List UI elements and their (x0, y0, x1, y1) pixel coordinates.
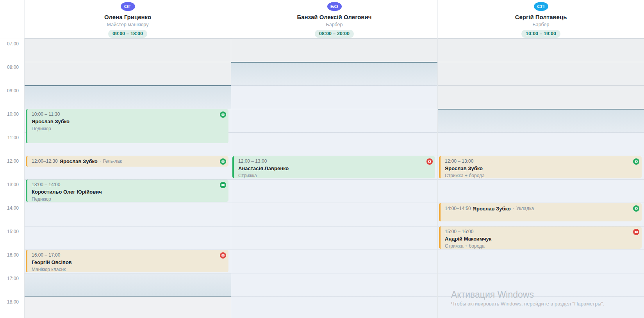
time-label: 07:00 (7, 41, 19, 46)
appointment[interactable]: 13:00 – 14:00 Коростильо Олег Юрійович П… (26, 180, 228, 202)
time-label: 12:00 (7, 159, 19, 163)
staff-column-3[interactable]: 12:00 – 13:00 Ярослав Зубко Стрижка + бо… (437, 38, 644, 318)
appointment[interactable]: 15:00 – 16:00 Андрій Максимчук Стрижка +… (439, 226, 642, 249)
payment-status-icon (220, 158, 226, 165)
staff-avatar: БО (327, 2, 342, 11)
staff-header-row: ОГ Олена Гриценко Майстер манікюру 09:00… (0, 0, 644, 38)
appointment[interactable]: 10:00 – 11:30 Ярослав Зубко Педикюр (26, 109, 228, 143)
appointment[interactable]: 12:00–12:30 Ярослав Зубко · Гель-лак (26, 156, 228, 167)
scheduler-day-view: ОГ Олена Гриценко Майстер манікюру 09:00… (0, 0, 644, 318)
appointment[interactable]: 16:00 – 17:00 Георгій Овсіпов Манікюр кл… (26, 250, 228, 272)
appointment-time: 12:00 – 13:00 (445, 158, 632, 164)
non-working-zone (231, 38, 437, 62)
staff-header-2[interactable]: БО Банзай Олексій Олегович Барбер 08:00 … (231, 0, 437, 38)
appointment-client: Ярослав Зубко (60, 158, 98, 165)
non-working-zone (438, 38, 644, 109)
appointment-client: Анастасія Лавренко (238, 165, 425, 172)
appointment-service: Педикюр (32, 126, 218, 132)
staff-name: Банзай Олексій Олегович (297, 14, 371, 20)
avatar-initials: БО (330, 4, 338, 9)
appointment[interactable]: 12:00 – 13:00 Анастасія Лавренко Стрижка (232, 156, 435, 178)
time-label: 08:00 (7, 65, 19, 70)
appointment-time: 12:00–12:30 (32, 158, 58, 164)
time-label: 10:00 (7, 112, 19, 117)
appointment-time: 12:00 – 13:00 (238, 158, 425, 164)
schedule-grid: 07:00 08:00 09:00 10:00 11:00 12:00 13:0… (0, 38, 644, 318)
appointment-service: Стрижка + борода (445, 243, 632, 249)
time-label: 18:00 (7, 300, 19, 304)
appointment-service: Стрижка + борода (445, 173, 632, 178)
working-hours-badge: 08:00 – 20:00 (315, 30, 354, 38)
time-label: 09:00 (7, 88, 19, 93)
working-hours-badge: 10:00 – 19:00 (521, 30, 560, 38)
time-label: 15:00 (7, 229, 19, 234)
payment-status-icon (220, 111, 226, 118)
appointment-client: Ярослав Зубко (445, 165, 632, 172)
appointment-time: 10:00 – 11:30 (32, 111, 218, 117)
staff-role: Майстер манікюру (107, 22, 149, 27)
time-label: 17:00 (7, 276, 19, 281)
appointment-service: Манікюр класик (32, 267, 218, 272)
separator-dot: · (100, 159, 101, 164)
staff-name: Сергій Полтавець (515, 14, 567, 20)
non-working-zone (25, 38, 231, 85)
avatar-initials: СП (537, 4, 545, 9)
non-working-zone (25, 296, 231, 318)
appointment-time: 13:00 – 14:00 (32, 182, 218, 188)
working-hours-badge: 09:00 – 18:00 (108, 30, 147, 38)
appointment[interactable]: 14:00–14:50 Ярослав Зубко · Укладка (439, 203, 642, 221)
time-label: 14:00 (7, 206, 19, 210)
appointment-service: Гель-лак (103, 158, 122, 164)
payment-status-icon (633, 158, 639, 165)
staff-header-3[interactable]: СП Сергій Полтавець Барбер 10:00 – 19:00 (437, 0, 644, 38)
payment-status-icon (633, 205, 639, 212)
workday-end-zone (25, 273, 231, 296)
appointment-client: Ярослав Зубко (32, 119, 218, 125)
appointment-client: Ярослав Зубко (473, 206, 511, 212)
staff-column-1[interactable]: 10:00 – 11:30 Ярослав Зубко Педикюр 12:0… (24, 38, 231, 318)
separator-dot: · (513, 206, 514, 211)
appointment-time: 15:00 – 16:00 (445, 229, 632, 235)
workday-start-zone (25, 85, 231, 109)
appointment-service: Педикюр (32, 196, 218, 202)
time-label: 11:00 (7, 135, 19, 140)
staff-column-2[interactable]: 12:00 – 13:00 Анастасія Лавренко Стрижка (231, 38, 437, 318)
workday-start-zone (438, 109, 644, 132)
avatar-initials: ОГ (124, 4, 131, 9)
appointment-time: 16:00 – 17:00 (32, 252, 218, 258)
staff-avatar: СП (534, 2, 548, 11)
time-gutter: 07:00 08:00 09:00 10:00 11:00 12:00 13:0… (0, 38, 24, 318)
appointment-service: Укладка (516, 206, 534, 212)
staff-avatar: ОГ (121, 2, 135, 11)
payment-status-icon (220, 252, 226, 259)
payment-status-icon (426, 158, 433, 165)
workday-start-zone (231, 62, 437, 85)
time-label: 16:00 (7, 253, 19, 257)
staff-role: Барбер (532, 22, 549, 27)
header-gutter-spacer (0, 0, 24, 38)
appointment-service: Стрижка (238, 173, 425, 178)
staff-name: Олена Гриценко (104, 14, 151, 20)
appointment-client: Коростильо Олег Юрійович (32, 189, 218, 195)
appointment-client: Андрій Максимчук (445, 236, 632, 242)
payment-status-icon (220, 182, 226, 188)
appointment-time: 14:00–14:50 (445, 206, 471, 212)
staff-role: Барбер (326, 22, 343, 27)
appointment[interactable]: 12:00 – 13:00 Ярослав Зубко Стрижка + бо… (439, 156, 642, 178)
staff-header-1[interactable]: ОГ Олена Гриценко Майстер манікюру 09:00… (24, 0, 231, 38)
payment-status-icon (633, 229, 639, 235)
appointment-client: Георгій Овсіпов (32, 259, 218, 266)
working-zone (231, 85, 437, 318)
time-label: 13:00 (7, 182, 19, 187)
